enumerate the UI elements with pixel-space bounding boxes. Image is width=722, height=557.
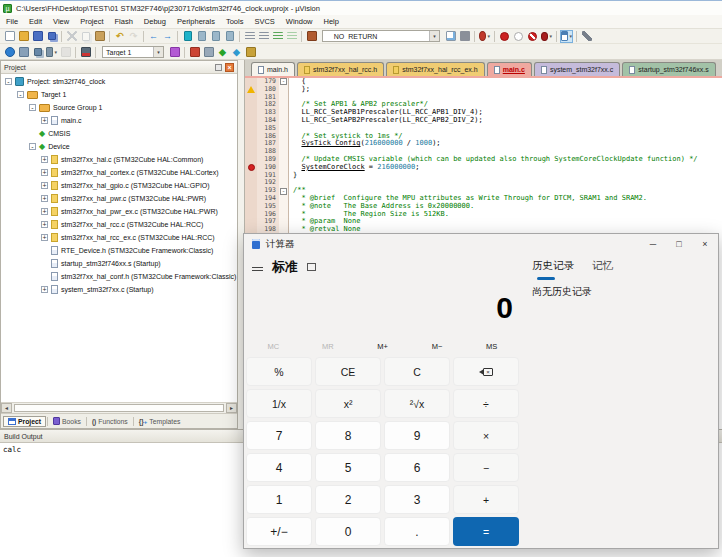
calc-key-percent[interactable]: % [246, 357, 312, 386]
expand-icon[interactable]: + [41, 117, 48, 124]
memory-MC[interactable]: MC [246, 340, 301, 354]
chevron-down-icon[interactable]: ▾ [153, 47, 163, 57]
tree-item[interactable]: -Project: stm32f746_clock [1, 75, 237, 88]
horizontal-scrollbar[interactable]: ◄ ► [1, 402, 237, 413]
download-code-icon[interactable] [79, 46, 92, 59]
target-combo[interactable]: Target 1▾ [102, 46, 164, 58]
batch-build-icon[interactable] [45, 46, 58, 59]
menu-view[interactable]: View [53, 17, 69, 26]
calc-key-square-root[interactable]: ²√x [384, 389, 450, 418]
gutter-margin[interactable] [245, 164, 257, 172]
gutter-margin[interactable] [245, 133, 257, 141]
gutter-margin[interactable] [245, 78, 257, 86]
calc-key-one[interactable]: 1 [246, 485, 312, 514]
calc-key-subtract[interactable]: − [453, 453, 519, 482]
save-all-icon[interactable] [45, 30, 58, 43]
close-button[interactable]: × [692, 235, 718, 253]
gutter-margin[interactable] [245, 203, 257, 211]
tree-item[interactable]: +stm32f7xx_hal_pwr_ex.c (STM32Cube HAL:P… [1, 205, 237, 218]
calc-key-reciprocal[interactable]: 1/x [246, 389, 312, 418]
menu-help[interactable]: Help [324, 17, 339, 26]
calc-key-negate[interactable]: +/− [246, 517, 312, 546]
calc-key-multiply[interactable]: × [453, 421, 519, 450]
calc-key-decimal[interactable]: . [384, 517, 450, 546]
calc-key-zero[interactable]: 0 [315, 517, 381, 546]
minimize-button[interactable]: ─ [640, 235, 666, 253]
menu-debug[interactable]: Debug [144, 17, 166, 26]
bookmark-toggle-icon[interactable] [181, 30, 194, 43]
editor-tab-stm32f7xx_hal_rcc_ex.h[interactable]: stm32f7xx_hal_rcc_ex.h [386, 62, 484, 76]
build-target-icon[interactable] [17, 46, 30, 59]
tab-history[interactable]: 历史记录 [532, 259, 574, 273]
memory-M+[interactable]: M+ [355, 340, 410, 354]
runtime-environment-icon[interactable]: ◆ [216, 46, 229, 59]
tab-memory[interactable]: 记忆 [592, 259, 613, 273]
gutter-margin[interactable] [245, 86, 257, 94]
calc-key-add[interactable]: + [453, 485, 519, 514]
editor-tab-startup_stm32f746xx.s[interactable]: startup_stm32f746xx.s [622, 62, 715, 76]
calc-key-eight[interactable]: 8 [315, 421, 381, 450]
calc-key-three[interactable]: 3 [384, 485, 450, 514]
panel-tab-functions[interactable]: ()Functions [88, 417, 132, 426]
calc-key-nine[interactable]: 9 [384, 421, 450, 450]
calc-key-seven[interactable]: 7 [246, 421, 312, 450]
find-in-files-icon[interactable] [305, 30, 318, 43]
fold-collapse-icon[interactable]: - [280, 78, 287, 85]
expand-icon[interactable]: + [41, 169, 48, 176]
memory-M−[interactable]: M− [410, 340, 465, 354]
tree-item[interactable]: +main.c [1, 114, 237, 127]
editor-tab-main.c[interactable]: main.c [487, 62, 532, 76]
symbol-combo[interactable]: __NO_RETURN▾ [322, 30, 440, 42]
select-software-packs-icon[interactable]: ◆ [230, 46, 243, 59]
gutter-margin[interactable] [245, 117, 257, 125]
calc-key-backspace[interactable]: × [453, 357, 519, 386]
bookmark-prev-icon[interactable] [195, 30, 208, 43]
gutter-margin[interactable] [245, 94, 257, 102]
tree-item[interactable]: +stm32f7xx_hal_gpio.c (STM32Cube HAL:GPI… [1, 179, 237, 192]
paste-icon[interactable] [93, 30, 106, 43]
scroll-right-icon[interactable]: ► [226, 403, 237, 413]
jump-to-reference-icon[interactable] [458, 30, 471, 43]
menu-edit[interactable]: Edit [29, 17, 42, 26]
tree-item[interactable]: -Target 1 [1, 88, 237, 101]
gutter-margin[interactable] [245, 195, 257, 203]
panel-tab-project[interactable]: Project [3, 416, 46, 427]
collapse-icon[interactable]: - [17, 91, 24, 98]
calc-key-clear[interactable]: C [384, 357, 450, 386]
rebuild-all-icon[interactable] [31, 46, 44, 59]
gutter-margin[interactable] [245, 172, 257, 180]
undo-icon[interactable]: ↶ [113, 30, 126, 43]
menu-tools[interactable]: Tools [226, 17, 244, 26]
chevron-down-icon[interactable]: ▾ [429, 31, 439, 41]
configure-icon[interactable] [580, 30, 593, 43]
options-for-target-icon[interactable] [168, 46, 181, 59]
expand-icon[interactable]: + [41, 234, 48, 241]
expand-icon[interactable]: + [41, 182, 48, 189]
menu-file[interactable]: File [6, 17, 18, 26]
gutter-margin[interactable] [245, 109, 257, 117]
redo-icon[interactable]: ↷ [127, 30, 140, 43]
panel-tab-books[interactable]: Books [49, 416, 85, 426]
debug-windows-icon[interactable] [560, 30, 573, 43]
gutter-margin[interactable] [245, 140, 257, 148]
search-dropdown-icon[interactable] [478, 30, 491, 43]
calc-key-five[interactable]: 5 [315, 453, 381, 482]
gutter-margin[interactable] [245, 179, 257, 187]
calc-key-two[interactable]: 2 [315, 485, 381, 514]
menu-project[interactable]: Project [80, 17, 103, 26]
tree-item[interactable]: +stm32f7xx_hal_rcc_ex.c (STM32Cube HAL:R… [1, 231, 237, 244]
editor-tab-system_stm32f7xx.c[interactable]: system_stm32f7xx.c [534, 62, 620, 76]
expand-icon[interactable]: + [41, 286, 48, 293]
pack-installer-icon[interactable] [244, 46, 257, 59]
tree-item[interactable]: +stm32f7xx_hal_rcc.c (STM32Cube HAL:RCC) [1, 218, 237, 231]
expand-icon[interactable]: + [41, 195, 48, 202]
tree-item[interactable]: +system_stm32f7xx.c (Startup) [1, 283, 237, 296]
expand-icon[interactable]: + [41, 221, 48, 228]
tree-item[interactable]: -Source Group 1 [1, 101, 237, 114]
calculator-title-bar[interactable]: 计算器 ─ □ × [244, 234, 718, 254]
tree-item[interactable]: +stm32f7xx_hal.c (STM32Cube HAL:Common) [1, 153, 237, 166]
translate-file-icon[interactable] [3, 46, 16, 59]
tree-item[interactable]: RTE_Device.h (STM32Cube Framework:Classi… [1, 244, 237, 257]
copy-icon[interactable] [79, 30, 92, 43]
cut-icon[interactable] [65, 30, 78, 43]
